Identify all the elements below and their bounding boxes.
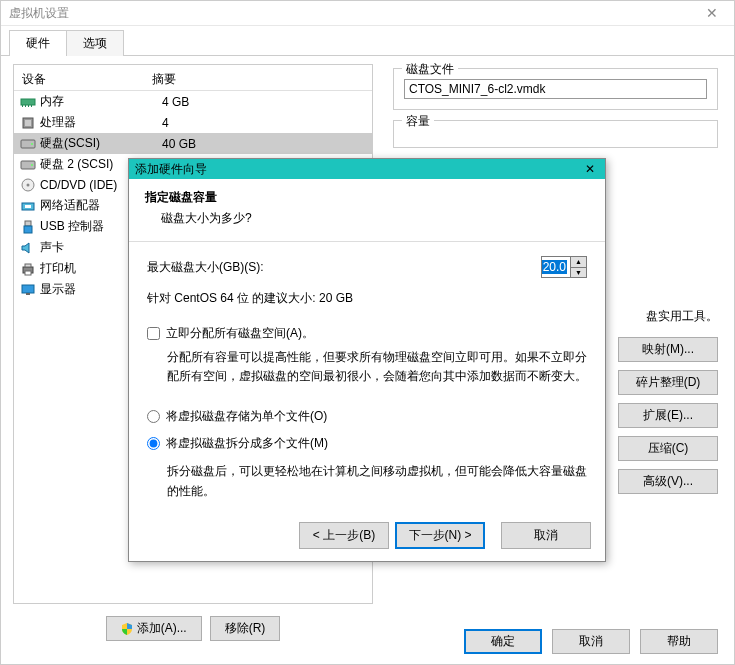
wizard-cancel-button[interactable]: 取消 — [501, 522, 591, 549]
allocate-now-label: 立即分配所有磁盘空间(A)。 — [166, 325, 314, 342]
printer-icon — [20, 261, 36, 277]
svg-rect-18 — [25, 264, 31, 267]
spin-up-icon[interactable]: ▲ — [571, 257, 586, 268]
wizard-header-sub: 磁盘大小为多少? — [161, 210, 589, 227]
store-split-label: 将虚拟磁盘拆分成多个文件(M) — [166, 435, 328, 452]
svg-rect-2 — [25, 105, 26, 107]
svg-rect-0 — [21, 99, 35, 105]
defrag-button[interactable]: 碎片整理(D) — [618, 370, 718, 395]
wizard-header-title: 指定磁盘容量 — [145, 189, 589, 206]
svg-rect-4 — [31, 105, 32, 107]
recommend-text: 针对 CentOS 64 位 的建议大小: 20 GB — [147, 290, 587, 307]
svg-point-10 — [31, 164, 33, 166]
wizard-title: 添加硬件向导 — [135, 161, 207, 178]
svg-rect-1 — [22, 105, 23, 107]
disk-size-spinner[interactable]: 20.0 ▲ ▼ — [541, 256, 587, 278]
svg-rect-20 — [22, 285, 34, 293]
tab-hardware[interactable]: 硬件 — [9, 30, 67, 56]
capacity-group: 容量 — [393, 120, 718, 148]
spin-down-icon[interactable]: ▼ — [571, 268, 586, 278]
wizard-back-button[interactable]: < 上一步(B) — [299, 522, 389, 549]
remove-hardware-button[interactable]: 移除(R) — [210, 616, 281, 641]
svg-rect-6 — [25, 120, 31, 126]
disk-icon — [20, 136, 36, 152]
shield-icon — [121, 623, 133, 635]
svg-rect-14 — [25, 205, 31, 208]
allocate-now-checkbox[interactable] — [147, 327, 160, 340]
svg-rect-16 — [24, 226, 32, 233]
help-button[interactable]: 帮助 — [640, 629, 718, 654]
sound-icon — [20, 240, 36, 256]
hw-row-disk1[interactable]: 硬盘(SCSI) 40 GB — [14, 133, 372, 154]
display-icon — [20, 282, 36, 298]
ok-button[interactable]: 确定 — [464, 629, 542, 654]
cancel-button[interactable]: 取消 — [552, 629, 630, 654]
advanced-button[interactable]: 高级(V)... — [618, 469, 718, 494]
disk-file-input[interactable] — [404, 79, 707, 99]
add-hardware-wizard: 添加硬件向导 ✕ 指定磁盘容量 磁盘大小为多少? 最大磁盘大小(GB)(S): … — [128, 158, 606, 562]
tab-options[interactable]: 选项 — [66, 30, 124, 56]
memory-icon — [20, 94, 36, 110]
network-icon — [20, 198, 36, 214]
compact-button[interactable]: 压缩(C) — [618, 436, 718, 461]
cpu-icon — [20, 115, 36, 131]
hw-row-cpu[interactable]: 处理器 4 — [14, 112, 372, 133]
window-title: 虚拟机设置 — [9, 5, 69, 22]
map-button[interactable]: 映射(M)... — [618, 337, 718, 362]
wizard-header: 指定磁盘容量 磁盘大小为多少? — [129, 179, 605, 242]
store-split-radio[interactable] — [147, 437, 160, 450]
expand-button[interactable]: 扩展(E)... — [618, 403, 718, 428]
svg-rect-19 — [25, 271, 31, 275]
svg-rect-15 — [25, 221, 31, 226]
main-footer: 确定 取消 帮助 — [464, 629, 718, 654]
cd-icon — [20, 177, 36, 193]
wizard-titlebar: 添加硬件向导 ✕ — [129, 159, 605, 179]
disk-icon — [20, 157, 36, 173]
add-hardware-button[interactable]: 添加(A)... — [106, 616, 202, 641]
usb-icon — [20, 219, 36, 235]
allocate-desc: 分配所有容量可以提高性能，但要求所有物理磁盘空间立即可用。如果不立即分配所有空间… — [167, 348, 587, 386]
main-titlebar: 虚拟机设置 ✕ — [1, 1, 734, 26]
hw-row-memory[interactable]: 内存 4 GB — [14, 91, 372, 112]
max-size-label: 最大磁盘大小(GB)(S): — [147, 259, 335, 276]
svg-rect-3 — [28, 105, 29, 107]
store-single-radio[interactable] — [147, 410, 160, 423]
store-single-label: 将虚拟磁盘存储为单个文件(O) — [166, 408, 327, 425]
disk-file-group: 磁盘文件 — [393, 68, 718, 110]
tabs: 硬件 选项 — [1, 26, 734, 56]
close-icon[interactable]: ✕ — [698, 5, 726, 21]
wizard-next-button[interactable]: 下一步(N) > — [395, 522, 485, 549]
col-device: 设备 — [22, 71, 152, 88]
svg-rect-21 — [26, 293, 30, 295]
wizard-close-icon[interactable]: ✕ — [581, 162, 599, 176]
col-summary: 摘要 — [152, 71, 364, 88]
svg-point-8 — [31, 143, 33, 145]
disk-size-value: 20.0 — [542, 260, 567, 274]
svg-point-12 — [27, 184, 30, 187]
split-desc: 拆分磁盘后，可以更轻松地在计算机之间移动虚拟机，但可能会降低大容量磁盘的性能。 — [167, 462, 587, 500]
